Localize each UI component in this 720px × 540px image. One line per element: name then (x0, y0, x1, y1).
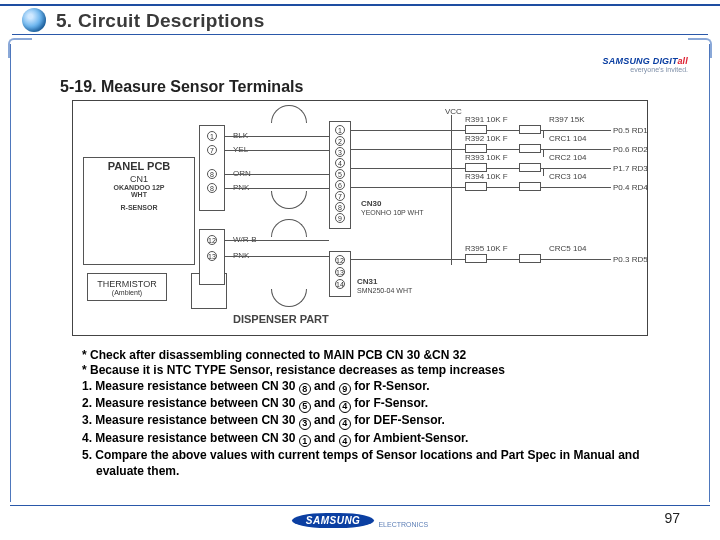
brand-word-3: all (677, 56, 688, 66)
rc-c (519, 163, 541, 172)
cn31-pin-14: 14 (335, 279, 345, 289)
brand-word-2: DIGIT (653, 56, 678, 66)
leftpin-8a: 8 (207, 169, 217, 179)
rc0-label: R397 15K (549, 115, 585, 124)
pt2: P1.7 RD3 (613, 164, 648, 173)
cn30-pin-3: 3 (335, 147, 345, 157)
s3-pin-2: 4 (339, 418, 351, 430)
r391 (465, 125, 487, 134)
gnd-stub-2 (543, 149, 544, 157)
cn1-desc-1: OKANDOO 12P (114, 184, 165, 191)
rc-d (519, 182, 541, 191)
cn30-pin-2: 2 (335, 136, 345, 146)
panel-pcb-block: PANEL PCB CN1 OKANDOO 12P WHT R-SENSOR (83, 157, 195, 265)
footer-rule (10, 505, 710, 506)
thermistor-block: THERMISTOR (Ambient) (87, 273, 167, 301)
s3-pin-1: 3 (299, 418, 311, 430)
r393-label: R393 10K F (465, 153, 508, 162)
panel-pcb-label: PANEL PCB (108, 160, 171, 172)
cable-arc-top-2 (271, 219, 307, 237)
s2b: for F-Sensor. (351, 396, 428, 410)
pt3: P0.4 RD4 (613, 183, 648, 192)
s1b: for R-Sensor. (351, 379, 430, 393)
wire-h3 (225, 174, 329, 175)
s4-pin-2: 4 (339, 435, 351, 447)
vcc-rail (451, 115, 452, 265)
dispenser-label: DISPENSER PART (233, 313, 329, 325)
wire-h6 (225, 256, 329, 257)
s2-pin-2: 4 (339, 401, 351, 413)
subsection-name: Measure Sensor Terminals (101, 78, 303, 95)
note-2: * Because it is NTC TYPE Sensor, resista… (82, 363, 650, 378)
r391-label: R391 10K F (465, 115, 508, 124)
top-rule (0, 4, 720, 6)
rc2-label: CRC2 104 (549, 153, 586, 162)
leftpin-13: 13 (207, 251, 217, 261)
r392-label: R392 10K F (465, 134, 508, 143)
rc-b (519, 144, 541, 153)
left-margin-rule (10, 44, 11, 502)
cable-arc-bot-2 (271, 289, 307, 307)
brand-line-1: SAMSUNG DIGITall (603, 56, 688, 66)
cn31-pin-12: 12 (335, 255, 345, 265)
s4m: and (311, 431, 339, 445)
step-3: 3. Measure resistance between CN 30 3 an… (82, 413, 650, 430)
s1m: and (311, 379, 339, 393)
thermistor-label: THERMISTOR (97, 279, 156, 289)
pt1: P0.6 RD2 (613, 145, 648, 154)
cn30-label: CN30 (361, 199, 381, 208)
section-name: Circuit Descriptions (78, 10, 265, 31)
leftpin-12: 12 (207, 235, 217, 245)
brand-block: SAMSUNG DIGITall everyone's invited. (603, 56, 688, 73)
subsection-title: 5-19. Measure Sensor Terminals (60, 78, 303, 96)
r395 (465, 254, 487, 263)
gnd-stub-3 (543, 168, 544, 176)
gnd-stub-1 (543, 130, 544, 138)
brand-line-2: everyone's invited. (603, 66, 688, 73)
corner-left-decoration (8, 38, 32, 58)
step-2: 2. Measure resistance between CN 30 5 an… (82, 396, 650, 413)
section-number: 5. (56, 10, 72, 31)
cn30-pin-9: 9 (335, 213, 345, 223)
title-underline (12, 34, 708, 35)
page-root: 5. Circuit Descriptions SAMSUNG DIGITall… (0, 0, 720, 540)
cn30-pin-6: 6 (335, 180, 345, 190)
s3a: 3. Measure resistance between CN 30 (82, 413, 299, 427)
pt4: P0.3 RD5 (613, 255, 648, 264)
schematic-diagram: PANEL PCB CN1 OKANDOO 12P WHT R-SENSOR T… (72, 100, 648, 336)
r395-label: R395 10K F (465, 244, 508, 253)
r394-label: R394 10K F (465, 172, 508, 181)
page-number: 97 (664, 510, 680, 526)
cn1-desc-2: WHT (131, 191, 147, 198)
leftpin-8b: 8 (207, 183, 217, 193)
rc-a (519, 125, 541, 134)
s1-pin-2: 9 (339, 383, 351, 395)
cn30-pin-5: 5 (335, 169, 345, 179)
cn31-desc: SMN250-04 WHT (357, 287, 412, 294)
s3b: for DEF-Sensor. (351, 413, 445, 427)
s2a: 2. Measure resistance between CN 30 (82, 396, 299, 410)
cn30-pin-7: 7 (335, 191, 345, 201)
thermistor-ambient-label: (Ambient) (112, 289, 142, 296)
vcc-label: VCC (445, 107, 462, 116)
pt0: P0.5 RD1 (613, 126, 648, 135)
s1a: 1. Measure resistance between CN 30 (82, 379, 299, 393)
instruction-text: * Check after disassembling connected to… (82, 348, 650, 479)
s4-pin-1: 1 (299, 435, 311, 447)
wire-h5 (225, 240, 329, 241)
cn30-desc: YEONHO 10P WHT (361, 209, 424, 216)
cn30-pin-1: 1 (335, 125, 345, 135)
step-1: 1. Measure resistance between CN 30 8 an… (82, 379, 650, 396)
cn31-label: CN31 (357, 277, 377, 286)
rc3-label: CRC3 104 (549, 172, 586, 181)
section-title: 5. Circuit Descriptions (56, 10, 265, 32)
samsung-logo: SAMSUNG (292, 513, 375, 528)
wire-h2 (225, 150, 329, 151)
cable-arc-top-1 (271, 105, 307, 123)
brand-word-1: SAMSUNG (603, 56, 650, 66)
cn30-pin-4: 4 (335, 158, 345, 168)
leftpin-7: 7 (207, 145, 217, 155)
sphere-icon (22, 8, 46, 32)
r393 (465, 163, 487, 172)
s3m: and (311, 413, 339, 427)
